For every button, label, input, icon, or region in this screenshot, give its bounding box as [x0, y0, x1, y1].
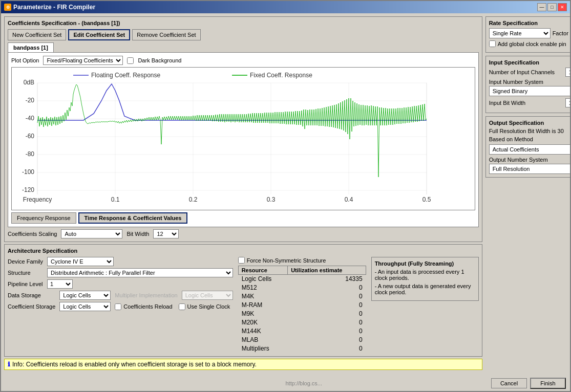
titlebar-buttons: — □ ✕ [537, 3, 567, 11]
input-num-sys-label: Input Number System [489, 79, 570, 85]
throughput-line1: - An input data is processed every 1 clo… [375, 269, 475, 281]
coeff-reload-checkbox[interactable] [115, 303, 121, 310]
global-clock-row: Add global clock enable pin [489, 40, 570, 47]
frequency-response-tab[interactable]: Frequency Response [11, 212, 76, 224]
method-label: Based on Method [489, 136, 570, 142]
force-nonsym-label: Force Non-Symmetric Structure [247, 257, 326, 264]
info-icon: ℹ [8, 361, 10, 368]
input-bit-width-row: Input Bit Width 12 [489, 98, 570, 107]
info-text: Info: Coefficients reload is enabled onl… [12, 361, 257, 368]
bandpass-tab-bar: bandpass [1] [8, 42, 479, 52]
throughput-line2: - A new output data is generated every c… [375, 283, 475, 295]
out-num-sys-select[interactable]: Full Resolution [489, 164, 570, 174]
plot-option-select[interactable]: Fixed/Floating Coefficients [43, 56, 123, 65]
edit-coeff-set-button[interactable]: Edit Coefficient Set [68, 29, 130, 40]
input-spec-title: Input Specification [489, 59, 570, 66]
rate-spec-section: Rate Specification Single Rate Factor 2 … [485, 16, 570, 53]
rate-select[interactable]: Single Rate [489, 28, 551, 38]
svg-text:Frequency: Frequency [23, 196, 52, 203]
global-clock-checkbox[interactable] [489, 40, 496, 47]
svg-text:0.2: 0.2 [189, 196, 198, 203]
new-coeff-set-button[interactable]: New Coefficient Set [8, 29, 66, 40]
svg-text:-80: -80 [26, 150, 35, 158]
input-num-sys-select[interactable]: Signed Binary [489, 86, 570, 96]
arch-section: Architecture Specification Device Family… [4, 244, 482, 357]
arch-title: Architecture Specification [8, 248, 479, 254]
use-single-clock-checkbox[interactable] [179, 303, 185, 310]
main-content: Coefficients Specification - (bandpass [… [1, 13, 570, 376]
input-spec-section: Input Specification Number of Input Chan… [485, 56, 570, 113]
data-storage-label: Data Storage [8, 292, 55, 298]
device-family-label: Device Family [8, 258, 43, 265]
coeff-storage-select[interactable]: Logic Cells [59, 302, 111, 311]
svg-text:-100: -100 [22, 168, 34, 176]
method-select[interactable]: Actual Coefficients [489, 144, 570, 155]
chart-svg: 0dB -20 -40 -60 -80 -100 -120 Frequency … [12, 68, 475, 210]
pipeline-select[interactable]: 1 [47, 279, 73, 289]
bit-width-select[interactable]: 12 [153, 229, 179, 238]
coeff-toolbar: New Coefficient Set Edit Coefficient Set… [8, 29, 479, 40]
coeff-scaling-select[interactable]: Auto [61, 229, 122, 238]
output-spec-title: Output Specification [489, 120, 570, 126]
throughput-container: Throughput (Fully Streaming) - An input … [371, 257, 479, 353]
app-icon: ⚙ [4, 4, 11, 11]
rate-spec-title: Rate Specification [489, 20, 570, 26]
svg-text:0.1: 0.1 [111, 196, 120, 203]
input-channels-row: Number of Input Channels 1 [489, 68, 570, 77]
force-nonsym-checkbox[interactable] [238, 257, 245, 264]
use-single-clock-label: Use Single Clock [187, 303, 230, 310]
svg-text:-40: -40 [26, 115, 35, 122]
pipeline-label: Pipeline Level [8, 281, 43, 287]
mult-impl-select[interactable]: Logic Cells [182, 291, 233, 300]
svg-text:-120: -120 [22, 186, 34, 193]
throughput-title: Throughput (Fully Streaming) [375, 260, 475, 267]
cancel-button[interactable]: Cancel [491, 378, 527, 388]
resource-col-header: Resource [238, 266, 288, 275]
output-spec-section: Output Specification Full Resolution Bit… [485, 116, 570, 178]
resource-table-container: Force Non-Symmetric Structure Resource U… [238, 257, 366, 353]
svg-text:0dB: 0dB [24, 79, 34, 86]
structure-select[interactable]: Distributed Arithmetic : Fully Parallel … [47, 268, 233, 277]
bottom-tabs: Frequency Response Time Response & Coeff… [11, 212, 475, 224]
watermark: http://blog.cs... [286, 380, 323, 386]
dark-background-checkbox[interactable] [127, 57, 134, 64]
input-bit-width-select[interactable]: 12 [565, 98, 570, 107]
svg-text:Fixed Coeff. Response: Fixed Coeff. Response [250, 72, 312, 79]
svg-text:0.4: 0.4 [345, 196, 353, 203]
coeff-spec-title: Coefficients Specification - (bandpass [… [8, 20, 479, 26]
utilization-col-header: Utilization estimate [288, 266, 366, 275]
window-title: Parameterize - FIR Compiler [13, 4, 95, 11]
structure-label: Structure [8, 270, 43, 276]
method-row: Based on Method [489, 136, 570, 142]
device-family-select[interactable]: Cyclone IV E [47, 257, 114, 266]
remove-coeff-set-button[interactable]: Remove Coefficient Set [132, 29, 200, 40]
mult-impl-label: Multiplier Implementation [115, 292, 177, 298]
close-button[interactable]: ✕ [558, 3, 567, 11]
finish-button[interactable]: Finish [530, 378, 566, 389]
svg-text:-20: -20 [26, 97, 35, 104]
maximize-button[interactable]: □ [547, 3, 557, 11]
channels-select[interactable]: 1 [565, 68, 570, 77]
svg-text:-60: -60 [26, 133, 35, 140]
dark-background-label: Dark Background [138, 57, 181, 63]
bit-width-label: Bit Width [126, 231, 149, 237]
left-panel: Coefficients Specification - (bandpass [… [4, 16, 482, 373]
right-panel: Rate Specification Single Rate Factor 2 … [485, 16, 570, 373]
plot-options: Plot Option Fixed/Floating Coefficients … [11, 56, 475, 65]
global-clock-label: Add global clock enable pin [498, 41, 566, 47]
resource-table: Resource Utilization estimate Logic Cell… [238, 266, 366, 353]
input-bit-width-label: Input Bit Width [489, 100, 563, 106]
time-response-tab[interactable]: Time Response & Coefficient Values [78, 212, 188, 224]
minimize-button[interactable]: — [537, 3, 546, 11]
chart-area: 0dB -20 -40 -60 -80 -100 -120 Frequency … [11, 67, 475, 210]
rate-row: Single Rate Factor 2 [489, 28, 570, 38]
footer: http://blog.cs... Cancel Finish [1, 376, 570, 391]
channels-label: Number of Input Channels [489, 69, 563, 75]
data-storage-select[interactable]: Logic Cells [59, 291, 111, 300]
full-res-label: Full Resolution Bit Width is 30 [489, 128, 570, 134]
bandpass-tab[interactable]: bandpass [1] [8, 42, 54, 52]
coeff-storage-label: Coefficient Storage [8, 303, 55, 310]
plot-option-label: Plot Option [11, 57, 39, 63]
svg-text:0.3: 0.3 [267, 196, 276, 203]
coeff-reload-label: Coefficients Reload [123, 303, 172, 310]
